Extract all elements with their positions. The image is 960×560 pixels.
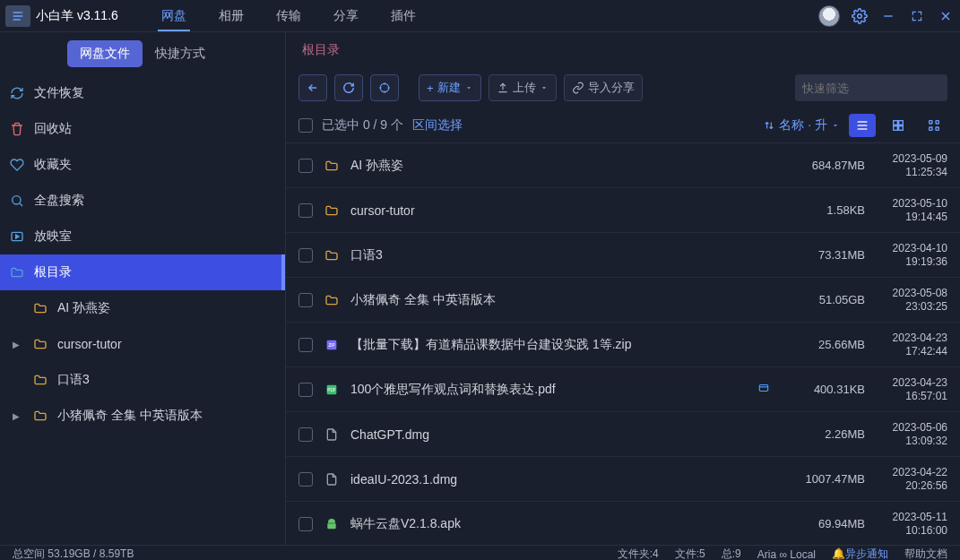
select-all-checkbox[interactable] (298, 118, 313, 133)
file-row[interactable]: 口语373.31MB2023-04-1019:19:36 (286, 233, 960, 278)
svg-rect-21 (899, 125, 904, 130)
cloud-icon (757, 382, 770, 397)
sidebar-item-reload[interactable]: 文件恢复 (0, 75, 285, 111)
status-aria: Aria ∞ Local (757, 548, 816, 561)
main-tab-2[interactable]: 传输 (260, 0, 317, 31)
status-help[interactable]: 帮助文档 (904, 547, 947, 560)
sidebar-item-search[interactable]: 全盘搜索 (0, 183, 285, 219)
status-total: 总:9 (722, 547, 741, 560)
file-row[interactable]: ZIP【批量下载】有道精品课数据中台建设实践 1等.zip25.66MB2023… (286, 323, 960, 367)
sidebar-item-video[interactable]: 放映室 (0, 219, 285, 254)
view-grid-button[interactable] (885, 114, 912, 137)
svg-rect-20 (894, 125, 898, 130)
file-row-checkbox[interactable] (298, 383, 313, 397)
file-row-checkbox[interactable] (298, 293, 313, 307)
search-box[interactable] (795, 74, 947, 101)
app-menu-button[interactable] (5, 5, 30, 27)
sidebar-item-trash[interactable]: 回收站 (0, 111, 285, 147)
file-row-checkbox[interactable] (298, 472, 313, 487)
sidebar-tree-item[interactable]: ▶小猪佩奇 全集 中英语版本 (0, 398, 285, 434)
status-sync[interactable]: 🔔异步通知 (832, 547, 888, 560)
svg-rect-19 (899, 120, 904, 125)
svg-rect-18 (894, 120, 898, 125)
search-icon (9, 193, 25, 209)
view-thumb-button[interactable] (921, 114, 947, 137)
minimize-icon[interactable] (874, 0, 903, 32)
new-button[interactable]: + 新建 (419, 74, 481, 101)
folder-icon (32, 408, 48, 424)
file-row-checkbox[interactable] (298, 248, 313, 263)
breadcrumb[interactable]: 根目录 (286, 32, 960, 68)
file-size: 400.31KB (781, 383, 865, 396)
refresh-button[interactable] (334, 74, 363, 101)
sidebar-tree-item[interactable]: AI 孙燕姿 (0, 290, 285, 326)
chevron-down-icon (540, 83, 549, 92)
sidebar-tree-item[interactable]: ▶cursor-tutor (0, 326, 285, 362)
selection-count: 已选中 0 / 9 个 (322, 117, 403, 134)
reload-icon (9, 85, 25, 101)
file-row[interactable]: 蜗牛云盘V2.1.8.apk69.94MB2023-05-1110:16:00 (286, 502, 960, 545)
file-row-checkbox[interactable] (298, 517, 313, 531)
file-row[interactable]: AI 孙燕姿684.87MB2023-05-0911:25:34 (286, 143, 960, 188)
expand-icon[interactable]: ▶ (13, 340, 23, 349)
file-size: 1007.47MB (781, 472, 865, 486)
sidebar-tree-item[interactable]: 口语3 (0, 362, 285, 398)
sidebar-tab-files[interactable]: 网盘文件 (67, 40, 143, 67)
link-icon (572, 82, 584, 94)
file-row-checkbox[interactable] (298, 203, 313, 218)
expand-icon[interactable]: ▶ (13, 411, 23, 421)
range-select[interactable]: 区间选择 (412, 117, 463, 134)
close-icon[interactable] (931, 0, 960, 32)
tree-item-label: 口语3 (57, 372, 90, 388)
file-name: AI 孙燕姿 (350, 158, 770, 174)
sidebar-item-label: 全盘搜索 (34, 193, 84, 209)
view-list-button[interactable] (849, 114, 876, 137)
main-tab-0[interactable]: 网盘 (145, 0, 203, 31)
chevron-down-icon (831, 121, 840, 130)
file-size: 51.05GB (781, 293, 865, 306)
new-button-label: 新建 (437, 80, 461, 96)
main-tab-4[interactable]: 插件 (375, 0, 432, 31)
avatar[interactable] (818, 5, 840, 27)
file-row[interactable]: cursor-tutor1.58KB2023-05-1019:14:45 (286, 188, 960, 233)
target-button[interactable] (370, 74, 399, 101)
file-size: 684.87MB (781, 159, 865, 172)
main-tabs: 网盘相册传输分享插件 (145, 0, 432, 31)
back-button[interactable] (298, 74, 327, 101)
import-share-button[interactable]: 导入分享 (564, 74, 643, 101)
file-date: 2023-04-2220:26:56 (876, 466, 947, 493)
settings-icon[interactable] (845, 0, 874, 32)
sidebar-tab-quick[interactable]: 快捷方式 (143, 40, 218, 67)
tree-item-label: cursor-tutor (57, 337, 122, 351)
file-row[interactable]: ChatGPT.dmg2.26MB2023-05-0613:09:32 (286, 412, 960, 457)
plus-icon: + (427, 82, 434, 95)
folder-icon (324, 158, 340, 174)
folder-icon (32, 372, 48, 388)
file-date: 2023-04-1019:19:36 (876, 242, 947, 269)
file-row-checkbox[interactable] (298, 427, 313, 442)
file-row[interactable]: 小猪佩奇 全集 中英语版本51.05GB2023-05-0823:03:25 (286, 278, 960, 323)
filter-row: 已选中 0 / 9 个 区间选择 名称 · 升 (286, 108, 960, 143)
file-row-checkbox[interactable] (298, 338, 313, 352)
main-tab-3[interactable]: 分享 (317, 0, 375, 31)
main-tab-1[interactable]: 相册 (203, 0, 260, 31)
sidebar-item-folder[interactable]: 根目录 (0, 254, 285, 290)
file-size: 69.94MB (781, 517, 865, 530)
file-row[interactable]: ideaIU-2023.1.dmg1007.47MB2023-04-2220:2… (286, 457, 960, 502)
file-name: cursor-tutor (350, 203, 770, 218)
file-size: 2.26MB (781, 427, 865, 441)
sidebar-item-label: 根目录 (34, 264, 72, 280)
sidebar-item-label: 收藏夹 (34, 157, 72, 173)
maximize-icon[interactable] (903, 0, 931, 32)
tree-item-label: 小猪佩奇 全集 中英语版本 (57, 408, 203, 424)
search-input[interactable] (802, 82, 953, 95)
file-row-checkbox[interactable] (298, 159, 313, 173)
breadcrumb-root[interactable]: 根目录 (302, 42, 340, 58)
file-row[interactable]: PDF100个雅思写作观点词和替换表达.pdf400.31KB2023-04-2… (286, 367, 960, 412)
file-list[interactable]: AI 孙燕姿684.87MB2023-05-0911:25:34cursor-t… (286, 143, 960, 545)
svg-point-4 (13, 196, 21, 204)
upload-button[interactable]: 上传 (489, 74, 557, 101)
file-date: 2023-05-0911:25:34 (876, 152, 947, 179)
sort-control[interactable]: 名称 · 升 (763, 117, 840, 134)
sidebar-item-star[interactable]: 收藏夹 (0, 147, 285, 183)
